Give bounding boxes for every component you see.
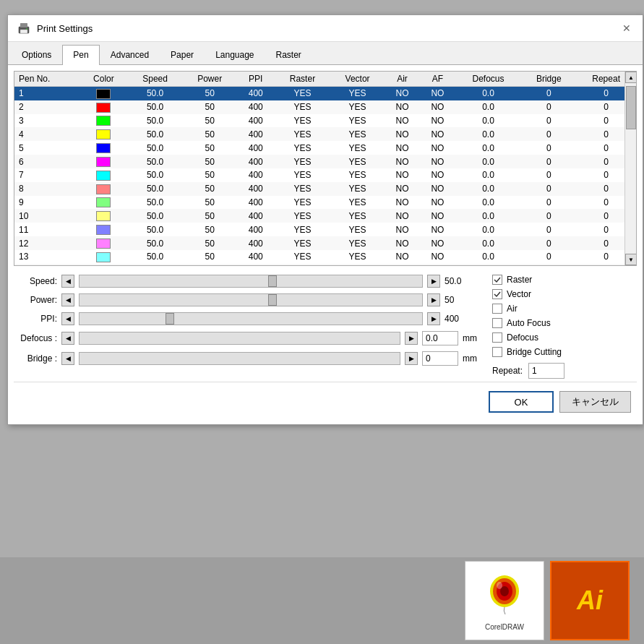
table-cell: YES	[275, 114, 330, 128]
power-slider-track[interactable]	[79, 293, 423, 306]
tab-language[interactable]: Language	[205, 45, 265, 64]
table-cell: NO	[420, 87, 455, 100]
table-cell: 50.0	[128, 100, 183, 114]
table-row[interactable]: 950.050400YESYESNONO0.000	[14, 196, 636, 210]
table-cell: 50.0	[128, 196, 183, 210]
coreldraw-label: CorelDRAW	[485, 623, 524, 631]
raster-checkbox-row: Raster	[492, 275, 637, 285]
color-swatch	[96, 211, 111, 221]
table-cell: NO	[420, 114, 455, 128]
tab-paper[interactable]: Paper	[160, 45, 205, 64]
power-slider-thumb[interactable]	[268, 294, 277, 306]
table-row[interactable]: 650.050400YESYESNONO0.000	[14, 155, 636, 168]
table-row[interactable]: 850.050400YESYESNONO0.000	[14, 182, 636, 196]
speed-decrease-btn[interactable]: ◀	[61, 275, 74, 288]
table-cell: NO	[420, 264, 455, 266]
printer-icon	[17, 21, 31, 35]
table-cell: 50	[183, 223, 237, 236]
table-row[interactable]: 1050.050400YESYESNONO0.000	[14, 209, 636, 223]
vector-checkbox[interactable]	[492, 289, 502, 299]
coreldraw-svg	[479, 571, 530, 622]
defocus-checkbox[interactable]	[492, 332, 502, 343]
table-cell: 10	[14, 209, 80, 223]
table-cell: NO	[420, 223, 455, 236]
ppi-slider-track[interactable]	[79, 312, 423, 325]
close-button[interactable]: ✕	[619, 21, 634, 35]
table-cell: 400	[237, 196, 275, 210]
table-row[interactable]: 750.050400YESYESNONO0.000	[14, 168, 636, 182]
ok-button[interactable]: OK	[489, 391, 554, 413]
tab-options[interactable]: Options	[11, 45, 62, 64]
power-decrease-btn[interactable]: ◀	[61, 293, 74, 306]
tab-pen[interactable]: Pen	[62, 45, 99, 65]
table-scrollbar[interactable]: ▲ ▼	[624, 72, 636, 265]
table-row[interactable]: 250.050400YESYESNONO0.000	[14, 100, 636, 114]
table-cell: 14	[14, 264, 80, 266]
window-title: Print Settings	[37, 23, 93, 34]
table-cell: NO	[385, 155, 420, 168]
repeat-input[interactable]	[528, 363, 564, 379]
table-row[interactable]: 1150.050400YESYESNONO0.000	[14, 223, 636, 236]
table-cell: 11	[14, 223, 80, 236]
table-cell: YES	[275, 209, 330, 223]
table-cell: 1	[14, 87, 80, 100]
table-row[interactable]: 150.050400YESYESNONO0.000	[14, 87, 636, 100]
defocus-value-input[interactable]	[422, 331, 458, 345]
table-cell: YES	[330, 127, 385, 141]
table-row[interactable]: 350.050400YESYESNONO0.000	[14, 114, 636, 128]
table-row[interactable]: 550.050400YESYESNONO0.000	[14, 141, 636, 155]
table-cell: YES	[275, 250, 330, 264]
bridge-unit: mm	[463, 353, 481, 364]
table-cell: YES	[330, 141, 385, 155]
table-cell: YES	[330, 100, 385, 114]
table-cell: 400	[237, 209, 275, 223]
autofocus-checkbox-label: Auto Focus	[507, 318, 551, 328]
speed-slider-thumb[interactable]	[268, 275, 277, 287]
table-cell: 50.0	[128, 264, 183, 266]
table-row[interactable]: 1350.050400YESYESNONO0.000	[14, 250, 636, 264]
table-cell: 50.0	[128, 209, 183, 223]
bridge-decrease-btn[interactable]: ◀	[61, 352, 74, 365]
ppi-decrease-btn[interactable]: ◀	[61, 312, 74, 325]
table-cell: NO	[385, 168, 420, 182]
air-checkbox[interactable]	[492, 304, 502, 314]
ai-app-icon[interactable]: Ai	[550, 561, 630, 640]
tab-advanced[interactable]: Advanced	[100, 45, 160, 64]
autofocus-checkbox[interactable]	[492, 318, 502, 328]
table-cell: NO	[385, 141, 420, 155]
table-cell: 50.0	[128, 250, 183, 264]
tab-raster[interactable]: Raster	[265, 45, 312, 64]
bridge-cutting-checkbox[interactable]	[492, 347, 502, 357]
bridge-increase-btn[interactable]: ▶	[405, 352, 418, 365]
defocus-decrease-btn[interactable]: ◀	[61, 332, 74, 345]
table-cell: 0.0	[455, 264, 521, 266]
scroll-down-btn[interactable]: ▼	[625, 254, 637, 265]
raster-checkbox[interactable]	[492, 275, 502, 285]
table-cell: NO	[385, 250, 420, 264]
power-value: 50	[445, 295, 481, 305]
title-bar: Print Settings ✕	[8, 15, 643, 42]
speed-slider-track[interactable]	[79, 275, 423, 288]
table-row[interactable]: 1250.050400YESYESNONO0.000	[14, 236, 636, 250]
scroll-up-btn[interactable]: ▲	[625, 72, 637, 83]
table-row[interactable]: 1450.050400YESYESNONO0.000	[14, 264, 636, 266]
scroll-thumb[interactable]	[626, 86, 636, 129]
defocus-slider-track[interactable]	[79, 332, 400, 345]
bridge-value-input[interactable]	[422, 351, 458, 366]
bridge-slider-row: Bridge : ◀ ▶ mm	[14, 351, 481, 366]
speed-increase-btn[interactable]: ▶	[427, 275, 440, 288]
table-cell: 0.0	[455, 168, 521, 182]
power-increase-btn[interactable]: ▶	[427, 293, 440, 306]
ppi-slider-thumb[interactable]	[166, 313, 174, 325]
bridge-slider-track[interactable]	[79, 352, 400, 365]
table-cell: 400	[237, 223, 275, 236]
cancel-button[interactable]: キャンセル	[559, 391, 631, 413]
table-cell: 3	[14, 114, 80, 128]
defocus-checkbox-label: Defocus	[507, 332, 538, 343]
sliders-section: Speed: ◀ ▶ 50.0 Power: ◀	[14, 275, 481, 379]
table-cell: YES	[275, 141, 330, 155]
defocus-increase-btn[interactable]: ▶	[405, 332, 418, 345]
table-row[interactable]: 450.050400YESYESNONO0.000	[14, 127, 636, 141]
ppi-increase-btn[interactable]: ▶	[427, 312, 440, 325]
coreldraw-app-icon[interactable]: CorelDRAW	[465, 561, 544, 640]
